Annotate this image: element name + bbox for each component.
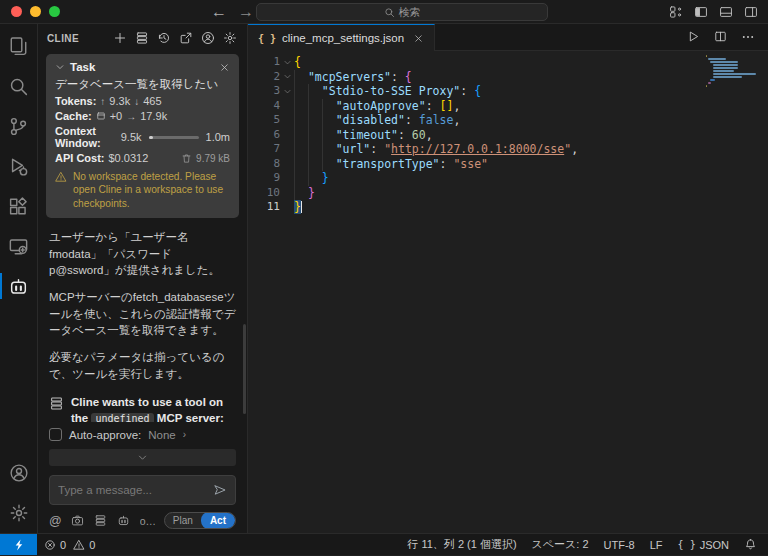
tab-close-icon[interactable] [413,33,424,44]
minimap-line [713,67,738,69]
tokens-down-icon: ↓ [134,96,139,107]
delete-task-icon[interactable] [181,153,192,164]
tool-request-header: Cline wants to use a tool on the undefin… [49,395,236,422]
sidebar-scrollbar[interactable] [243,324,246,414]
line-number: 3 [248,84,280,99]
line-number: 4 [248,99,280,114]
code-editor[interactable]: 1{2"mcpServers": {3"Stdio-to-SSE Proxy":… [248,51,768,533]
activity-accounts[interactable] [0,453,38,493]
minimize-window-button[interactable] [30,6,41,17]
code-line[interactable]: 2"mcpServers": { [248,70,768,85]
fold-chevron-icon[interactable] [280,84,294,99]
cline-sidebar: CLINE Task データベース一覧を取得したい Tokens: ↑ 9.3k… [38,24,248,533]
api-provider-icon[interactable] [117,514,131,528]
notifications-bell-icon[interactable] [744,538,757,551]
text-cursor [301,201,303,213]
close-window-button[interactable] [11,6,22,17]
activity-search[interactable] [0,66,38,106]
fold-chevron-icon[interactable] [280,70,294,85]
auto-approve-row[interactable]: Auto-approve: None › [49,428,236,441]
command-center-search[interactable]: 検索 [256,3,548,21]
auto-approve-label: Auto-approve: [69,429,141,441]
activity-cline[interactable] [0,266,38,306]
activity-explorer[interactable] [0,26,38,66]
maximize-window-button[interactable] [49,6,60,17]
activity-remote-explorer[interactable] [0,226,38,266]
auto-approve-checkbox[interactable] [49,428,62,441]
line-number: 1 [248,55,280,70]
message-input-container [49,475,236,505]
back-icon[interactable]: ← [211,3,227,21]
code-line[interactable]: 5"disabled": false, [248,113,768,128]
more-actions-icon[interactable] [741,30,756,45]
code-line[interactable]: 8"transportType": "sse" [248,157,768,172]
code-line[interactable]: 1{ [248,55,768,70]
new-task-icon[interactable] [113,31,128,46]
toggle-sidebar-icon[interactable] [694,5,708,19]
expand-actions-button[interactable] [49,449,236,466]
cursor-position[interactable]: 行 11、列 2 (1 個選択) [407,537,516,552]
fold-chevron-icon[interactable] [280,55,294,70]
context-progress-bar [149,136,199,139]
minimap[interactable] [706,55,758,88]
server-name-chip: undefined [91,413,153,423]
status-bar: 0 0 行 11、列 2 (1 個選択) スペース: 2 UTF-8 LF { … [0,533,768,555]
camera-icon[interactable] [71,514,85,528]
activity-source-control[interactable] [0,106,38,146]
code-line[interactable]: 3"Stdio-to-SSE Proxy": { [248,84,768,99]
code-line[interactable]: 10} [248,186,768,201]
indentation-status[interactable]: スペース: 2 [532,537,589,552]
toggle-secondary-sidebar-icon[interactable] [744,5,758,19]
mcp-servers-icon[interactable] [135,31,150,46]
minimap-line [710,79,715,81]
code-line[interactable]: 9} [248,171,768,186]
run-icon[interactable] [687,30,702,45]
toggle-panel-icon[interactable] [719,5,733,19]
task-collapse-icon[interactable] [55,62,65,72]
split-editor-icon[interactable] [714,30,729,45]
eol-status[interactable]: LF [650,539,663,551]
fold-gutter [280,113,294,128]
task-title: Task [70,61,95,73]
tab-cline-mcp-settings[interactable]: { } cline_mcp_settings.json [248,24,435,51]
json-file-icon: { } [258,33,276,44]
search-placeholder: 検索 [399,5,421,20]
assistant-message: MCPサーバーのfetch_databaseseツールを使い、これらの認証情報で… [49,289,236,338]
code-line[interactable]: 7"url": "http://127.0.0.1:8000/sse", [248,142,768,157]
encoding-status[interactable]: UTF-8 [604,539,635,551]
code-line[interactable]: 4"autoApprove": [], [248,99,768,114]
activity-manage[interactable] [0,493,38,533]
search-icon [384,7,395,18]
activity-extensions[interactable] [0,186,38,226]
fold-gutter [280,157,294,172]
auto-approve-value: None [148,429,176,441]
plan-act-toggle[interactable]: Plan Act [164,512,236,529]
problems-status[interactable]: 0 0 [44,539,95,551]
settings-icon[interactable] [223,31,238,46]
customize-layout-icon[interactable] [669,5,683,19]
mention-icon[interactable]: @ [49,514,62,528]
code-line[interactable]: 11} [248,200,768,215]
task-close-icon[interactable] [219,62,230,73]
title-bar: ← → 検索 [0,0,768,24]
act-mode-button[interactable]: Act [201,512,235,529]
message-input[interactable] [58,484,213,496]
forward-icon[interactable]: → [238,3,254,21]
line-number: 2 [248,70,280,85]
tab-bar: { } cline_mcp_settings.json [248,24,768,51]
send-icon[interactable] [213,483,227,497]
history-icon[interactable] [157,31,172,46]
context-window-row: Context Window: 9.5k 1.0m [55,125,230,149]
code-line[interactable]: 6"timeout": 60, [248,128,768,143]
open-in-editor-icon[interactable] [179,31,194,46]
plan-mode-button[interactable]: Plan [165,513,201,528]
language-mode[interactable]: { } JSON [678,539,729,551]
remote-indicator[interactable] [0,534,37,555]
cache-arrow-icon: → [126,111,136,122]
model-id[interactable]: openai-native:gpt-4.1 [140,515,155,527]
activity-run-debug[interactable] [0,146,38,186]
sidebar-bottom-controls: Auto-approve: None › @ openai-native:gpt… [38,422,247,533]
account-icon[interactable] [201,31,216,46]
cache-row: Cache: +0 → 17.9k [55,110,230,122]
mcp-stack-icon[interactable] [94,514,108,528]
